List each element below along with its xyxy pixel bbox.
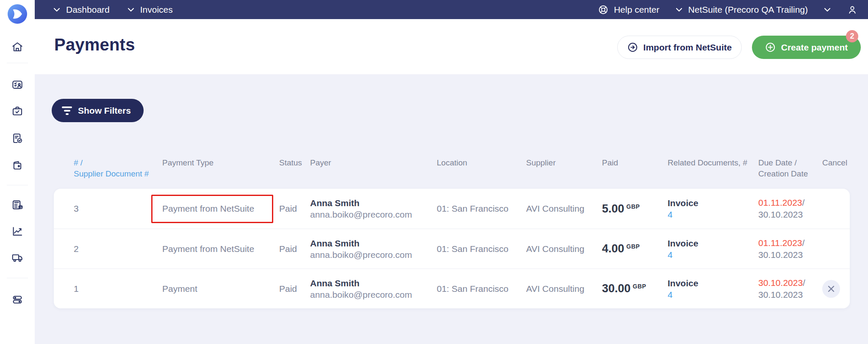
location-cell: 01: San Francisco xyxy=(437,284,526,294)
filter-icon xyxy=(62,106,72,115)
paid-currency: GBP xyxy=(633,283,646,290)
column-header-payment-type: Payment Type xyxy=(162,157,279,179)
payment-type-cell: Payment from NetSuite xyxy=(162,244,279,254)
cancel-payment-button[interactable] xyxy=(822,280,840,298)
create-button-label: Create payment xyxy=(781,42,848,53)
column-header-supplier: Supplier xyxy=(526,157,602,179)
payment-type-cell: Payment from NetSuite xyxy=(162,204,279,214)
dates-cell: 01.11.2023/ 30.10.2023 xyxy=(758,197,822,221)
help-center-label: Help center xyxy=(614,5,659,15)
sidebar-item-payments[interactable] xyxy=(7,155,28,176)
paid-currency: GBP xyxy=(627,243,640,250)
column-header-payer: Payer xyxy=(310,157,437,179)
creation-date: 30.10.2023 xyxy=(758,209,817,221)
supplier-cell: AVI Consulting xyxy=(526,244,602,254)
breadcrumb-dashboard[interactable]: Dashboard xyxy=(53,5,110,15)
page-title: Payments xyxy=(54,35,135,54)
sidebar xyxy=(0,0,35,344)
topbar: Dashboard Invoices Help center NetSuite … xyxy=(35,0,868,19)
workspace-label: NetSuite (Precoro QA Trailing) xyxy=(688,5,808,15)
column-header-location: Location xyxy=(437,157,526,179)
payer-cell: Anna Smith anna.boiko@precoro.com xyxy=(310,197,437,220)
close-icon xyxy=(827,285,835,293)
column-header-related: Related Documents, # xyxy=(668,157,758,179)
paid-cell: 4.00GBP xyxy=(602,242,668,255)
chevron-down-icon[interactable] xyxy=(824,8,831,12)
related-doc-type: Invoice xyxy=(668,277,753,289)
table-row: 1 Payment Paid Anna Smith anna.boiko@pre… xyxy=(54,268,850,308)
workspace-selector[interactable]: NetSuite (Precoro QA Trailing) xyxy=(676,5,808,15)
paid-currency: GBP xyxy=(627,203,640,210)
cancel-cell xyxy=(822,280,845,298)
create-payment-button[interactable]: Create payment 2 xyxy=(752,36,861,59)
payment-type-cell: Payment xyxy=(162,284,279,294)
table-header-row: # / Supplier Document # Payment Type Sta… xyxy=(54,157,850,179)
row-number-link[interactable]: 3 xyxy=(74,204,162,214)
column-header-cancel: Cancel xyxy=(822,157,852,179)
due-date: 01.11.2023 xyxy=(758,238,802,248)
sidebar-item-documents[interactable] xyxy=(7,128,28,148)
column-header-due-date: Due Date / Creation Date xyxy=(758,157,822,179)
status-cell: Paid xyxy=(279,204,310,214)
table-row: 2 Payment from NetSuite Paid Anna Smith … xyxy=(54,229,850,268)
show-filters-button[interactable]: Show Filters xyxy=(52,99,144,122)
payments-table: 3 Payment from NetSuite Paid Anna Smith … xyxy=(54,189,850,308)
related-doc-number-link[interactable]: 4 xyxy=(668,289,753,300)
sidebar-item-purchases[interactable] xyxy=(7,101,28,121)
creation-date: 30.10.2023 xyxy=(758,289,817,301)
briefcase-check-icon xyxy=(11,105,24,117)
wallet-icon xyxy=(11,159,24,172)
location-cell: 01: San Francisco xyxy=(437,204,526,214)
payer-email: anna.boiko@precoro.com xyxy=(310,209,432,220)
page-header: Payments Import from NetSuite Create pay… xyxy=(35,19,868,74)
breadcrumb-invoices[interactable]: Invoices xyxy=(128,5,173,15)
table-row: 3 Payment from NetSuite Paid Anna Smith … xyxy=(54,189,850,229)
column-header-number[interactable]: # / Supplier Document # xyxy=(74,157,162,179)
row-number-link[interactable]: 2 xyxy=(74,244,162,254)
row-number-link[interactable]: 1 xyxy=(74,284,162,294)
related-doc-type: Invoice xyxy=(668,197,753,209)
dates-cell: 01.11.2023/ 30.10.2023 xyxy=(758,237,822,261)
payer-email: anna.boiko@precoro.com xyxy=(310,289,432,300)
sidebar-item-home[interactable] xyxy=(7,37,28,57)
sidebar-item-shipping[interactable] xyxy=(7,247,28,268)
chevron-down-icon xyxy=(676,8,682,12)
related-documents-cell: Invoice 4 xyxy=(668,277,758,300)
paid-amount: 30.00 xyxy=(602,282,631,295)
sidebar-item-reports[interactable] xyxy=(7,221,28,241)
sidebar-item-budgets[interactable] xyxy=(7,195,28,215)
column-header-status: Status xyxy=(279,157,310,179)
user-icon[interactable] xyxy=(847,4,858,15)
breadcrumb-label: Invoices xyxy=(140,5,173,15)
show-filters-label: Show Filters xyxy=(78,106,131,116)
budget-calculator-icon xyxy=(11,199,24,211)
column-header-paid: Paid xyxy=(602,157,668,179)
due-date: 01.11.2023 xyxy=(758,198,802,207)
lifebuoy-icon xyxy=(598,4,609,15)
due-date: 30.10.2023 xyxy=(758,278,803,288)
sidebar-item-approvals[interactable] xyxy=(7,75,28,95)
supplier-cell: AVI Consulting xyxy=(526,284,602,294)
home-icon xyxy=(11,41,24,53)
related-doc-number-link[interactable]: 4 xyxy=(668,209,753,220)
payer-name: Anna Smith xyxy=(310,238,432,249)
related-doc-type: Invoice xyxy=(668,238,753,249)
chevron-down-icon xyxy=(53,8,60,12)
help-center-button[interactable]: Help center xyxy=(598,4,659,15)
approvals-icon xyxy=(11,78,24,91)
payer-name: Anna Smith xyxy=(310,277,432,289)
related-doc-number-link[interactable]: 4 xyxy=(668,249,753,260)
import-from-netsuite-button[interactable]: Import from NetSuite xyxy=(617,36,742,59)
payer-cell: Anna Smith anna.boiko@precoro.com xyxy=(310,238,437,260)
precoro-logo[interactable] xyxy=(8,4,27,24)
location-cell: 01: San Francisco xyxy=(437,244,526,254)
import-arrow-icon xyxy=(627,42,638,53)
payer-name: Anna Smith xyxy=(310,197,432,209)
payer-email: anna.boiko@precoro.com xyxy=(310,249,432,260)
settings-toggles-icon xyxy=(11,293,24,306)
create-payment-badge: 2 xyxy=(846,30,858,42)
sidebar-item-settings[interactable] xyxy=(7,289,28,310)
related-documents-cell: Invoice 4 xyxy=(668,197,758,220)
supplier-cell: AVI Consulting xyxy=(526,204,602,214)
document-check-icon xyxy=(11,132,24,145)
